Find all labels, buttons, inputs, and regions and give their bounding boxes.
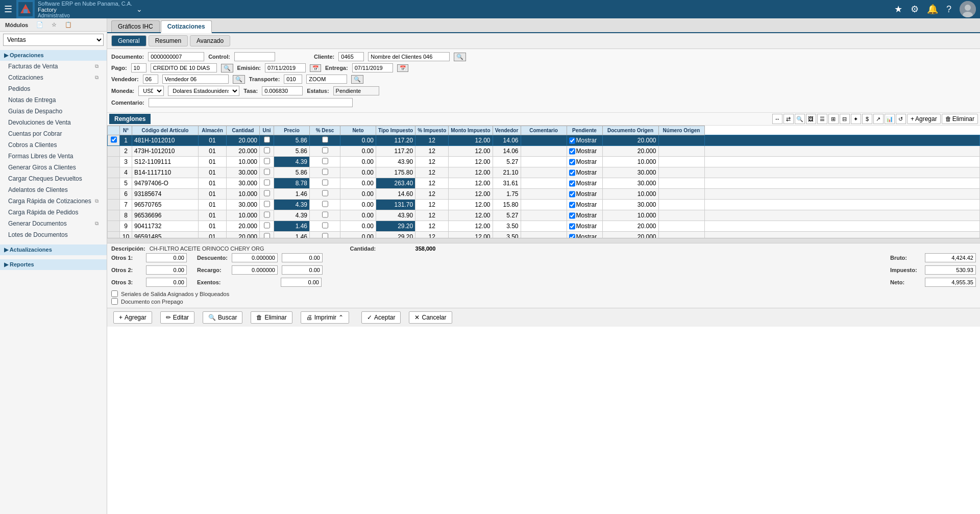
sidebar-item-adelantos[interactable]: Adelantos de Clientes xyxy=(0,184,107,195)
exentos-input[interactable] xyxy=(281,278,322,287)
buscar-button[interactable]: 🔍 Buscar xyxy=(203,311,242,324)
bruto-input[interactable] xyxy=(925,253,976,262)
star-icon[interactable]: ★ xyxy=(894,4,902,15)
tab-graficos[interactable]: Gráficos IHC xyxy=(111,20,160,32)
imprimir-button[interactable]: 🖨 Imprimir ⌃ xyxy=(301,311,349,324)
transporte-name-input[interactable] xyxy=(306,75,347,84)
horizontal-scrollbar[interactable] xyxy=(107,238,980,243)
control-input[interactable] xyxy=(234,52,275,61)
nav-icon-1[interactable]: ↔ xyxy=(772,114,782,124)
excel-icon[interactable]: 📊 xyxy=(885,114,895,124)
image-icon[interactable]: 🖼 xyxy=(806,114,816,124)
agregar-button[interactable]: + Agregar xyxy=(113,311,152,324)
nav-icon-2[interactable]: ⇄ xyxy=(783,114,794,124)
aceptar-button[interactable]: ✓ Aceptar xyxy=(361,311,401,324)
moneda-name-select[interactable]: Dolares Estadounidens xyxy=(168,86,239,96)
otros1-input[interactable] xyxy=(146,253,187,262)
sidebar-item-carga-pedidos[interactable]: Carga Rápida de Pedidos xyxy=(0,207,107,218)
gear-icon[interactable]: ⚙ xyxy=(911,4,919,15)
help-icon[interactable]: ? xyxy=(946,4,951,15)
table-row[interactable]: 4B14-11171100130.0005.860.00175.801212.0… xyxy=(108,167,980,178)
entrega-calendar-button[interactable]: 📅 xyxy=(397,64,408,72)
search-icon-tb[interactable]: 🔍 xyxy=(795,114,805,124)
bold-icon[interactable]: ✦ xyxy=(851,114,861,124)
sidebar-item-cobros[interactable]: Cobros a Clientes xyxy=(0,139,107,151)
table-row[interactable]: 9904117320120.0001.460.0029.201212.003.5… xyxy=(108,221,980,232)
entrega-input[interactable] xyxy=(352,63,393,72)
table-row[interactable]: 7965707650130.0004.390.00131.701212.0015… xyxy=(108,200,980,210)
sidebar-item-formas-libres[interactable]: Formas Libres de Venta xyxy=(0,151,107,162)
cliente-name-input[interactable] xyxy=(368,52,450,61)
subtab-avanzado[interactable]: Avanzado xyxy=(190,35,230,46)
table-row[interactable]: 594797406-O0130.0008.780.00263.401212.00… xyxy=(108,178,980,189)
expand-icon[interactable]: ⌄ xyxy=(136,5,142,13)
emision-calendar-button[interactable]: 📅 xyxy=(310,64,321,72)
moneda-select[interactable]: USD xyxy=(138,86,164,96)
export-icon[interactable]: ↗ xyxy=(873,114,884,124)
editar-button[interactable]: ✏ Editar xyxy=(160,311,194,324)
impuesto-input[interactable] xyxy=(925,265,976,275)
tab-cotizaciones[interactable]: Cotizaciones xyxy=(161,20,212,33)
renglones-agregar-button[interactable]: + Agregar xyxy=(907,114,941,124)
table-row[interactable]: 1481H-10120100120.0005.860.00117.201212.… xyxy=(108,135,980,146)
sidebar-item-generar-giros[interactable]: Generar Giros a Clientes xyxy=(0,162,107,173)
table-row[interactable]: 8965366960110.0004.390.0043.901212.005.2… xyxy=(108,210,980,221)
pago-search-button[interactable]: 🔍 xyxy=(221,64,233,72)
subtab-resumen[interactable]: Resumen xyxy=(149,35,188,46)
checkbox-prepago[interactable] xyxy=(111,298,118,305)
section-actualizaciones-header[interactable]: ▶ Actualizaciones xyxy=(0,244,107,255)
transporte-search-button[interactable]: 🔍 xyxy=(351,75,363,84)
table-icon[interactable]: ⊟ xyxy=(840,114,850,124)
sidebar-tab-list[interactable]: 📋 xyxy=(63,20,74,29)
estatus-input[interactable] xyxy=(333,86,379,95)
cliente-search-button[interactable]: 🔍 xyxy=(454,53,466,61)
descuento-input1[interactable] xyxy=(232,253,278,262)
table-row[interactable]: 10965914850120.0001.460.0029.201212.003.… xyxy=(108,232,980,238)
emision-input[interactable] xyxy=(265,63,306,72)
grid-icon[interactable]: ⊞ xyxy=(828,114,839,124)
pago-name-input[interactable] xyxy=(151,63,217,72)
dollar-icon[interactable]: $ xyxy=(862,114,872,124)
cliente-code-input[interactable] xyxy=(338,52,364,61)
list-icon[interactable]: ☰ xyxy=(817,114,827,124)
documento-input[interactable] xyxy=(148,52,204,61)
menu-icon[interactable]: ☰ xyxy=(4,4,12,15)
sidebar-item-lotes[interactable]: Lotes de Documentos xyxy=(0,229,107,240)
recargo-input2[interactable] xyxy=(282,265,323,275)
eliminar-button[interactable]: 🗑 Eliminar xyxy=(251,311,292,324)
vendedor-search-button[interactable]: 🔍 xyxy=(233,75,245,84)
transporte-code-input[interactable] xyxy=(284,75,302,84)
sidebar-item-devoluciones[interactable]: Devoluciones de Venta xyxy=(0,117,107,128)
sidebar-item-cargar-cheques[interactable]: Cargar Cheques Devueltos xyxy=(0,173,107,184)
table-row[interactable]: 2473H-10120100120.0005.860.00117.201212.… xyxy=(108,146,980,157)
tasa-input[interactable] xyxy=(262,86,303,95)
sidebar-tab-doc[interactable]: 📄 xyxy=(34,20,45,29)
table-row[interactable]: 3S12-11091110110.0004.390.0043.901212.00… xyxy=(108,157,980,167)
sidebar-item-generar-docs[interactable]: Generar Documentos ⧉ xyxy=(0,218,107,229)
sidebar-item-cotizaciones[interactable]: Cotizaciones ⧉ xyxy=(0,72,107,83)
vendedor-name-input[interactable] xyxy=(162,75,229,84)
sidebar-item-carga-cotizaciones[interactable]: Carga Rápida de Cotizaciones ⧉ xyxy=(0,195,107,207)
bell-icon[interactable]: 🔔 xyxy=(927,4,938,15)
cancelar-button[interactable]: ✕ Cancelar xyxy=(409,311,452,324)
neto-input[interactable] xyxy=(925,278,976,287)
sidebar-item-guias-despacho[interactable]: Guías de Despacho xyxy=(0,106,107,117)
descuento-input2[interactable] xyxy=(282,253,323,262)
otros2-input[interactable] xyxy=(146,265,187,275)
sidebar-tab-modulos[interactable]: Módulos xyxy=(3,21,30,29)
table-row[interactable]: 6931856740110.0001.460.0014.601212.001.7… xyxy=(108,189,980,200)
sidebar-tab-star[interactable]: ☆ xyxy=(50,20,59,29)
subtab-general[interactable]: General xyxy=(111,35,146,46)
sidebar-item-pedidos[interactable]: Pedidos xyxy=(0,83,107,94)
sidebar-item-cuentas-cobrar[interactable]: Cuentas por Cobrar xyxy=(0,128,107,139)
checkbox-seriales[interactable] xyxy=(111,290,118,297)
refresh-icon[interactable]: ↺ xyxy=(896,114,906,124)
vendedor-code-input[interactable] xyxy=(143,75,158,84)
section-operaciones-header[interactable]: ▶ Operaciones xyxy=(0,50,107,61)
sidebar-item-notas-entrega[interactable]: Notas de Entrega xyxy=(0,94,107,106)
renglones-eliminar-button[interactable]: 🗑 Eliminar xyxy=(942,114,978,124)
comentario-input[interactable] xyxy=(149,98,353,107)
section-reportes-header[interactable]: ▶ Reportes xyxy=(0,259,107,270)
otros3-input[interactable] xyxy=(146,278,187,287)
module-dropdown[interactable]: Ventas xyxy=(3,34,104,46)
